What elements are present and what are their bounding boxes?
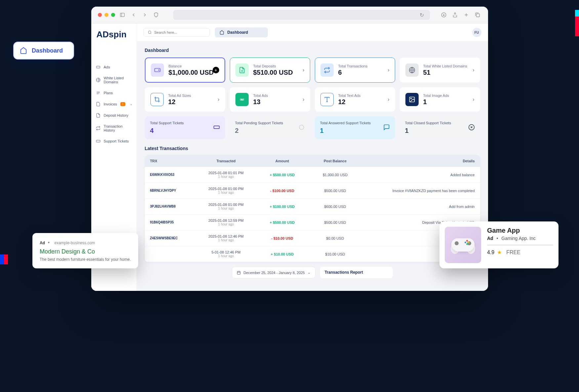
app-title[interactable]: Game App: [487, 227, 553, 234]
svg-rect-0: [120, 13, 124, 17]
back-button[interactable]: [130, 11, 138, 19]
svg-point-18: [158, 70, 159, 70]
nav-item-invoices[interactable]: Invoices1⌄: [91, 98, 137, 110]
nav-item-ads[interactable]: Ads: [91, 61, 137, 73]
minimize-window-button[interactable]: [104, 13, 108, 17]
ticket-label: Total Support Tickets: [150, 121, 220, 125]
svg-text:Ad: Ad: [240, 98, 243, 101]
table-row[interactable]: E6WIKKVIXO53 2025-01-08 01:01 PM1 hour a…: [145, 167, 480, 183]
card-total-ads[interactable]: Ad Total Ads13 ›: [230, 87, 310, 112]
card-image-ads[interactable]: Total Image Ads1 ›: [400, 87, 480, 112]
search-icon: [148, 30, 152, 34]
table-row[interactable]: Z4ESWWSBE9EC 2025-01-08 12:46 PM1 hour a…: [145, 230, 480, 246]
transactions-report-card[interactable]: Transactions Report: [320, 267, 393, 278]
card-label: Balance: [169, 64, 219, 68]
table-body: E6WIKKVIXO53 2025-01-08 01:01 PM1 hour a…: [145, 167, 480, 262]
nav-label: Support Tickets: [104, 139, 129, 143]
card-label: Total Text Ads: [338, 94, 390, 98]
ticket-label: Total Answered Support Tickets: [320, 121, 390, 125]
date-range-label: December 25, 2024 - January 8, 2025: [243, 271, 305, 275]
th-transacted: Transacted: [196, 159, 256, 163]
transfer-icon: [96, 126, 101, 131]
home-icon: [20, 47, 27, 54]
card-label: Total Image Ads: [423, 94, 475, 98]
nav-item-transaction-history[interactable]: Transaction History: [91, 121, 137, 136]
dashboard-pill-overlay[interactable]: Dashboard: [13, 42, 74, 59]
card-value: 13: [253, 98, 305, 106]
chevron-right-icon: ›: [473, 97, 474, 102]
ticket-card-closed[interactable]: Total Closed Support Tickets1: [400, 116, 480, 139]
shield-icon[interactable]: [152, 11, 160, 19]
card-value: 51: [423, 69, 475, 76]
nav-label: Ads: [104, 65, 110, 69]
ad-title[interactable]: Modern Design & Co: [40, 248, 131, 255]
td-date: 2025-01-08 01:00 PM1 hour ago: [196, 187, 256, 194]
card-ad-sizes[interactable]: Total Ad Sizes12 ›: [145, 87, 225, 112]
share-icon[interactable]: [451, 11, 459, 19]
card-label: Total Ads: [253, 94, 305, 98]
logo-suffix: spin: [109, 29, 126, 40]
nav-item-plans[interactable]: Plans: [91, 87, 137, 98]
nav-item-support-tickets[interactable]: Support Tickets: [91, 136, 137, 147]
table-row[interactable]: 3PJ82LHAVWB8 2025-01-08 01:00 PM1 hour a…: [145, 199, 480, 215]
invoice-icon: [96, 102, 101, 106]
td-details: Added balance: [362, 173, 475, 177]
nav-label: White Listed Domains: [104, 76, 132, 84]
transfer-icon: [320, 63, 334, 77]
ticket-card-answered[interactable]: Total Answered Support Tickets1: [315, 116, 395, 139]
table-row[interactable]: 91B6Q4IBSP35 2025-01-08 12:59 PM1 hour a…: [145, 215, 480, 230]
td-trx: 3PJ82LHAVWB8: [150, 205, 196, 208]
card-value: 6: [338, 69, 390, 76]
chevron-right-icon: ›: [303, 97, 304, 102]
ad-icon: Ad: [235, 93, 249, 106]
tabs-icon[interactable]: [474, 11, 481, 19]
sidebar-toggle-icon[interactable]: [118, 11, 126, 19]
nav-item-domains[interactable]: White Listed Domains: [91, 73, 137, 87]
forward-button[interactable]: [141, 11, 149, 19]
date-range-picker[interactable]: December 25, 2024 - January 8, 2025 ⌄: [232, 267, 315, 278]
close-window-button[interactable]: [98, 13, 102, 17]
search-box[interactable]: [144, 28, 210, 37]
rating-value: 4.9: [487, 250, 494, 255]
card-text-ads[interactable]: Total Text Ads12 ›: [315, 87, 395, 112]
star-icon: ★: [497, 249, 502, 255]
ad-description: The best modern furniture essentials for…: [40, 257, 131, 262]
table-row[interactable]: 6BRNLVJHYDPY 2025-01-08 01:00 PM1 hour a…: [145, 183, 480, 199]
nav-item-deposit-history[interactable]: Deposit History: [91, 110, 137, 121]
ticket-card-pending[interactable]: Total Pending Support Tickets2: [230, 116, 310, 139]
svg-point-15: [148, 31, 151, 34]
reload-icon[interactable]: ↻: [418, 11, 426, 19]
breadcrumb[interactable]: Dashboard: [215, 27, 268, 37]
svg-rect-14: [96, 140, 100, 142]
card-label: Total Deposits: [253, 64, 305, 68]
stats-row-2: Total Ad Sizes12 › Ad Total Ads13 › Tota…: [145, 87, 480, 112]
td-trx: E6WIKKVIXO53: [150, 173, 196, 176]
app-thumbnail[interactable]: [445, 227, 481, 263]
logo[interactable]: ADspin: [91, 27, 137, 45]
spinner-icon: [298, 124, 305, 132]
deposit-icon: [235, 63, 249, 77]
globe-icon: [96, 78, 101, 82]
maximize-window-button[interactable]: [111, 13, 115, 17]
url-bar[interactable]: ↻: [173, 10, 430, 20]
card-balance[interactable]: Balance$1,000.00 USD +: [145, 58, 225, 83]
card-deposits[interactable]: Total Deposits$510.00 USD ›: [230, 58, 310, 83]
new-tab-icon[interactable]: [462, 11, 470, 19]
add-balance-button[interactable]: +: [213, 67, 219, 73]
svg-point-30: [299, 125, 304, 129]
table-row[interactable]: 5-01-08 12:46 PM1 hour ago + $10.00 USD …: [145, 246, 480, 262]
card-domains[interactable]: Total White Listed Domains51 ›: [400, 58, 480, 83]
avatar[interactable]: FU: [472, 28, 481, 37]
td-trx: 6BRNLVJHYDPY: [150, 189, 196, 192]
ticket-label: Total Pending Support Tickets: [235, 121, 305, 125]
ticket-card-total[interactable]: Total Support Tickets4: [145, 116, 225, 139]
card-transactions[interactable]: Total Transactions6 ›: [315, 58, 395, 83]
home-icon: [220, 30, 224, 35]
ad-company: Gaming App. Inc: [501, 236, 536, 241]
svg-rect-29: [214, 126, 219, 128]
wallet-icon: [151, 63, 164, 77]
card-value: 12: [338, 98, 390, 106]
browser-window: ↻ ADspin Ads White Listed Domains Plans …: [91, 7, 488, 291]
search-input[interactable]: [154, 30, 205, 34]
downloads-icon[interactable]: [440, 11, 448, 19]
